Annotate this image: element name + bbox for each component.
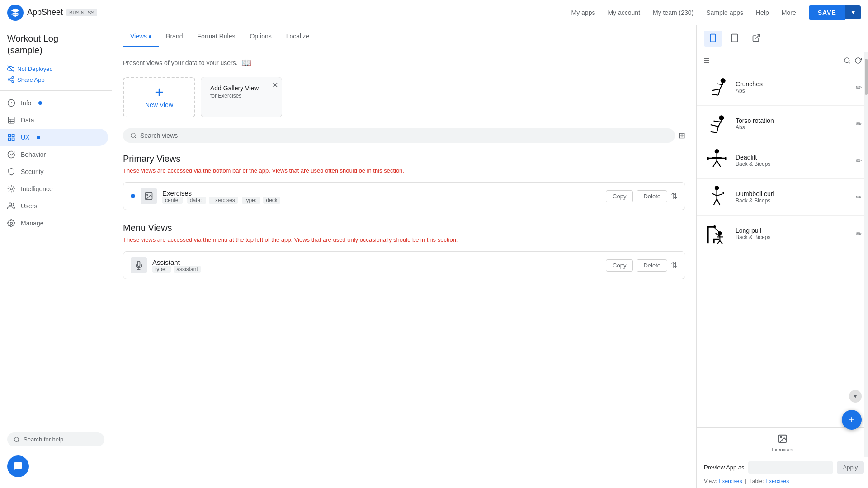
- crunches-category: Abs: [736, 88, 850, 94]
- save-button-group: SAVE ▼: [809, 5, 861, 20]
- svg-line-63: [717, 194, 722, 195]
- svg-rect-32: [731, 34, 737, 42]
- exercises-meta-data-label: data:: [187, 197, 206, 204]
- exercise-item-torso[interactable]: Torso rotation Abs ✏: [697, 106, 868, 142]
- sidebar-item-security[interactable]: Security: [0, 163, 108, 180]
- gallery-view-suggestion: ✕ Add Gallery View for Exercises: [201, 77, 282, 117]
- preview-chevron-down[interactable]: ▼: [849, 390, 862, 403]
- tablet-view-button[interactable]: [726, 31, 744, 47]
- exercise-item-crunches[interactable]: Crunches Abs ✏: [697, 69, 868, 106]
- content-body: Present views of your data to your users…: [112, 47, 696, 303]
- dumbbell-icon: [703, 183, 730, 211]
- phone-view-button[interactable]: [704, 31, 722, 47]
- sidebar-item-data[interactable]: Data: [0, 112, 108, 129]
- exercise-item-longpull[interactable]: Long pull Back & Biceps ✏: [697, 216, 868, 252]
- sample-apps-link[interactable]: Sample apps: [701, 5, 749, 20]
- sidebar-item-data-label: Data: [21, 117, 34, 124]
- add-view-row: New View ✕ Add Gallery View for Exercise…: [123, 77, 685, 117]
- more-link[interactable]: More: [776, 5, 802, 20]
- exercises-view-item[interactable]: Exercises center data: Exercises type: d…: [123, 182, 685, 210]
- save-button[interactable]: SAVE: [809, 5, 845, 20]
- view-link-label: View:: [704, 478, 717, 484]
- tab-format-rules[interactable]: Format Rules: [190, 25, 242, 47]
- app-title-area: Workout Log (sample): [0, 33, 112, 63]
- longpull-edit-icon[interactable]: ✏: [856, 230, 862, 238]
- svg-line-25: [135, 137, 136, 138]
- torso-name: Torso rotation: [736, 117, 850, 124]
- not-deployed-status[interactable]: Not Deployed: [0, 63, 112, 74]
- exercises-bottom-icon[interactable]: [776, 432, 789, 445]
- svg-rect-59: [725, 157, 726, 160]
- table-link[interactable]: Exercises: [765, 478, 789, 484]
- content-tabs: Views Brand Format Rules Options Localiz…: [112, 25, 696, 47]
- assistant-delete-button[interactable]: Delete: [637, 259, 667, 272]
- assistant-copy-button[interactable]: Copy: [606, 259, 633, 272]
- logo-text: AppSheet: [27, 8, 63, 17]
- svg-point-24: [131, 133, 135, 137]
- share-icon: [7, 76, 14, 83]
- view-table-links: View: Exercises | Table: Exercises: [697, 478, 868, 488]
- grid-view-toggle[interactable]: ⊞: [679, 131, 685, 141]
- my-team-link[interactable]: My team (230): [647, 5, 699, 20]
- search-icon: [14, 436, 20, 443]
- assistant-view-item[interactable]: Assistant type: assistant Copy Delete ⇅: [123, 251, 685, 279]
- exercises-delete-button[interactable]: Delete: [637, 190, 667, 202]
- new-view-card[interactable]: New View: [123, 77, 195, 117]
- svg-line-44: [712, 94, 718, 95]
- assistant-sort-handle[interactable]: ⇅: [671, 260, 678, 270]
- preview-scrollbar[interactable]: [864, 52, 868, 457]
- svg-rect-65: [723, 192, 724, 194]
- exercise-item-dumbbell[interactable]: Dumbbell curl Back & Biceps ✏: [697, 179, 868, 216]
- sidebar-item-behavior[interactable]: Behavior: [0, 146, 108, 163]
- tab-brand[interactable]: Brand: [159, 25, 190, 47]
- deadlift-info: Deadlift Back & Biceps: [736, 154, 850, 167]
- search-views-input[interactable]: Search views: [123, 128, 675, 143]
- svg-rect-13: [8, 134, 10, 136]
- svg-line-67: [717, 198, 720, 205]
- svg-line-71: [714, 228, 719, 232]
- sidebar-item-intelligence[interactable]: Intelligence: [0, 180, 108, 197]
- external-view-button[interactable]: [747, 31, 765, 47]
- crunches-edit-icon[interactable]: ✏: [856, 83, 862, 92]
- svg-line-50: [710, 131, 717, 132]
- data-icon: [7, 116, 15, 124]
- hamburger-icon: [703, 57, 710, 64]
- my-apps-link[interactable]: My apps: [566, 5, 601, 20]
- deadlift-edit-icon[interactable]: ✏: [856, 156, 862, 165]
- svg-line-62: [712, 193, 717, 196]
- svg-rect-16: [12, 138, 14, 141]
- longpull-info: Long pull Back & Biceps: [736, 227, 850, 240]
- preview-as-input[interactable]: [748, 461, 833, 474]
- tab-localize[interactable]: Localize: [279, 25, 316, 47]
- sidebar-item-info[interactable]: Info: [0, 94, 108, 112]
- exercises-copy-button[interactable]: Copy: [606, 190, 633, 202]
- view-link[interactable]: Exercises: [718, 478, 742, 484]
- tab-views[interactable]: Views: [123, 25, 159, 47]
- exercises-bottom-label: Exercises: [772, 447, 793, 452]
- phone-icon: [708, 33, 717, 42]
- svg-line-39: [849, 62, 850, 63]
- share-app-button[interactable]: Share App: [0, 74, 112, 89]
- save-dropdown-button[interactable]: ▼: [845, 5, 861, 19]
- dumbbell-edit-icon[interactable]: ✏: [856, 193, 862, 202]
- gallery-view-close[interactable]: ✕: [272, 81, 278, 89]
- search-help-input[interactable]: Search for help: [7, 432, 104, 446]
- preview-fab-button[interactable]: +: [842, 410, 862, 427]
- tab-options[interactable]: Options: [242, 25, 278, 47]
- help-link[interactable]: Help: [750, 5, 774, 20]
- svg-point-74: [718, 231, 722, 235]
- external-link-icon: [752, 33, 761, 42]
- chat-fab-button[interactable]: [7, 455, 29, 477]
- exercise-item-deadlift[interactable]: Deadlift Back & Biceps ✏: [697, 142, 868, 179]
- sidebar-item-users[interactable]: Users: [0, 197, 108, 215]
- torso-edit-icon[interactable]: ✏: [856, 120, 862, 128]
- my-account-link[interactable]: My account: [602, 5, 646, 20]
- svg-line-47: [718, 120, 721, 127]
- sidebar-item-manage[interactable]: Manage: [0, 215, 108, 232]
- preview-bottom-bar: Exercises: [697, 427, 868, 457]
- apply-button[interactable]: Apply: [837, 461, 864, 474]
- exercises-sort-handle[interactable]: ⇅: [671, 191, 678, 201]
- sidebar-item-ux[interactable]: UX: [0, 129, 108, 146]
- svg-rect-73: [713, 240, 714, 243]
- info-icon: [7, 99, 15, 107]
